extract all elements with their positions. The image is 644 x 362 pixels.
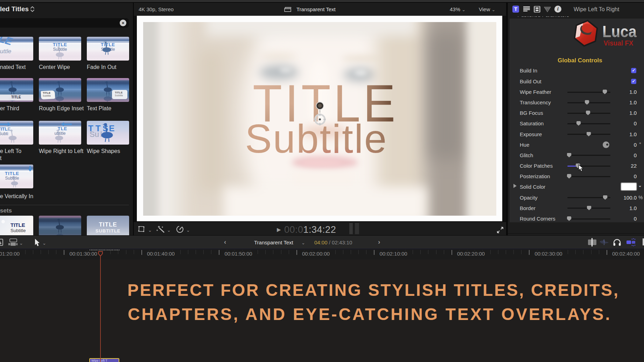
svg-text:Luca: Luca xyxy=(602,22,637,40)
svg-text:Visual FX: Visual FX xyxy=(604,39,634,47)
